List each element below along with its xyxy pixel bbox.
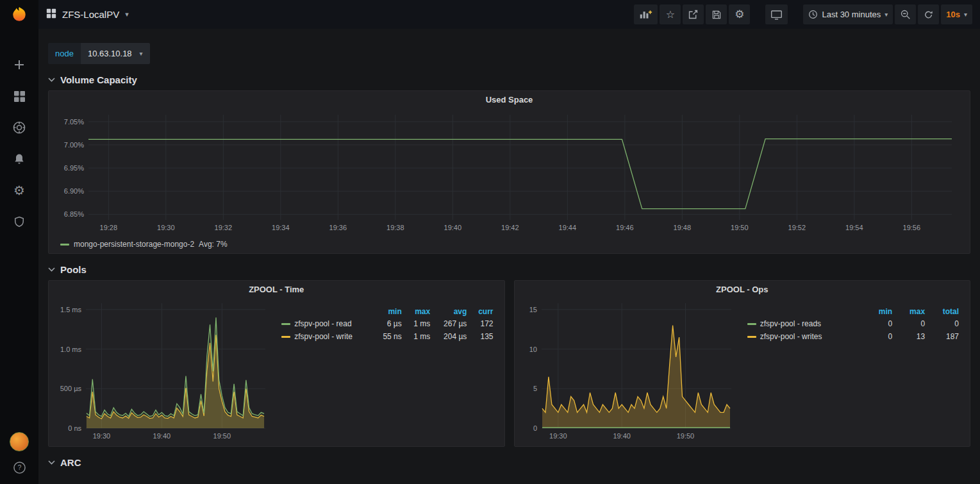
- svg-text:0 ns: 0 ns: [68, 424, 81, 432]
- used-space-chart[interactable]: 6.85%6.90%6.95%7.00%7.05%19:2819:3019:32…: [54, 108, 965, 237]
- svg-text:19:28: 19:28: [100, 224, 118, 231]
- star-dashboard-button[interactable]: ☆: [660, 4, 681, 24]
- svg-text:19:54: 19:54: [845, 224, 863, 231]
- refresh-interval-label: 10s: [946, 10, 960, 19]
- svg-text:19:50: 19:50: [676, 432, 694, 440]
- add-panel-button[interactable]: [634, 4, 658, 24]
- refresh-button[interactable]: [918, 4, 939, 24]
- legend-series-name[interactable]: zfspv-pool - write: [294, 332, 353, 341]
- svg-text:6.95%: 6.95%: [64, 164, 84, 172]
- panel-title-used-space[interactable]: Used Space: [49, 91, 970, 108]
- server-admin-shield-icon[interactable]: [12, 214, 27, 229]
- user-avatar[interactable]: [10, 432, 29, 451]
- panel-zpool-ops: ZPOOL - Ops 05101519:3019:4019:50 min ma…: [514, 280, 971, 447]
- variable-label: node: [48, 43, 81, 64]
- panel-used-space: Used Space 6.85%6.90%6.95%7.00%7.05%19:2…: [48, 90, 970, 254]
- magnifier-minus-icon: [900, 9, 911, 20]
- cycle-view-mode-button[interactable]: [765, 4, 788, 24]
- legend-value-curr: 172: [470, 317, 496, 330]
- legend-header-min[interactable]: min: [374, 306, 405, 317]
- save-dashboard-button[interactable]: [706, 4, 727, 24]
- legend-row-reads: zfspv-pool - reads 0 0 0: [744, 317, 962, 330]
- legend-row-write: zfspv-pool - write 55 ns 1 ms 204 µs 135: [278, 330, 496, 343]
- legend-value-max: 0: [895, 317, 928, 330]
- dashboard-grid-icon: [46, 8, 56, 21]
- legend-header-avg[interactable]: avg: [433, 306, 470, 317]
- grafana-logo[interactable]: [0, 0, 38, 29]
- alerting-bell-icon[interactable]: [12, 151, 27, 167]
- legend-header-max[interactable]: max: [405, 306, 433, 317]
- legend-header-total[interactable]: total: [928, 306, 962, 317]
- legend-row-read: zfspv-pool - read 6 µs 1 ms 267 µs 172: [278, 317, 496, 330]
- top-navbar: ZFS-LocalPV ▾ ☆ ⚙ Last 30 minutes: [38, 0, 980, 29]
- zpool-ops-legend: min max total zfspv-pool - reads 0 0: [738, 298, 966, 444]
- svg-text:19:40: 19:40: [613, 432, 631, 440]
- panel-zpool-time: ZPOOL - Time 0 ns500 µs1.0 ms1.5 ms19:30…: [48, 280, 505, 447]
- svg-text:19:42: 19:42: [501, 224, 519, 231]
- zpool-time-legend: min max avg curr zfspv-pool - read 6 µs: [272, 298, 500, 444]
- legend-value-max: 13: [895, 330, 928, 343]
- svg-text:7.00%: 7.00%: [64, 141, 84, 149]
- svg-text:500 µs: 500 µs: [60, 385, 82, 392]
- configuration-gear-icon[interactable]: ⚙: [12, 183, 27, 198]
- legend-header-max[interactable]: max: [895, 306, 928, 317]
- legend-value-max: 1 ms: [405, 330, 433, 343]
- dashboard-settings-button[interactable]: ⚙: [729, 4, 750, 24]
- legend-value-total: 0: [928, 317, 962, 330]
- row-toggle-arc[interactable]: ARC: [48, 457, 970, 468]
- svg-text:19:30: 19:30: [93, 432, 111, 440]
- row-toggle-pools[interactable]: Pools: [48, 264, 970, 275]
- panel-title-zpool-time[interactable]: ZPOOL - Time: [49, 281, 504, 298]
- svg-text:19:30: 19:30: [549, 432, 567, 440]
- star-icon: ☆: [666, 8, 675, 21]
- caret-down-icon: ▾: [964, 11, 967, 18]
- legend-series-name[interactable]: zfspv-pool - writes: [760, 332, 822, 341]
- legend-header-curr[interactable]: curr: [470, 306, 496, 317]
- svg-text:19:52: 19:52: [788, 224, 806, 231]
- svg-text:19:30: 19:30: [157, 224, 175, 231]
- clock-icon: [808, 10, 818, 19]
- svg-text:5: 5: [533, 385, 536, 392]
- zoom-out-time-button[interactable]: [895, 4, 916, 24]
- navbar-actions: ☆ ⚙ Last 30 minutes ▾: [634, 4, 972, 24]
- svg-text:19:50: 19:50: [731, 224, 749, 231]
- svg-text:1.0 ms: 1.0 ms: [60, 346, 82, 353]
- variable-value: 10.63.10.18: [88, 49, 132, 58]
- legend-value-min: 0: [865, 330, 895, 343]
- svg-text:19:46: 19:46: [616, 224, 634, 231]
- svg-text:7.05%: 7.05%: [64, 118, 84, 126]
- legend-header-min[interactable]: min: [865, 306, 895, 317]
- caret-down-icon: ▾: [140, 50, 143, 57]
- chevron-down-icon: [48, 460, 55, 465]
- pools-panel-row: ZPOOL - Time 0 ns500 µs1.0 ms1.5 ms19:30…: [48, 280, 970, 447]
- refresh-icon: [924, 10, 934, 20]
- legend-series-name[interactable]: mongo-persistent-storage-mongo-2: [74, 240, 194, 249]
- panel-title-zpool-ops[interactable]: ZPOOL - Ops: [515, 281, 970, 298]
- variable-value-dropdown[interactable]: 10.63.10.18 ▾: [81, 43, 150, 64]
- caret-down-icon: ▾: [884, 11, 888, 18]
- zpool-time-chart[interactable]: 0 ns500 µs1.0 ms1.5 ms19:3019:4019:50: [53, 298, 272, 444]
- refresh-interval-dropdown[interactable]: 10s ▾: [941, 4, 972, 24]
- create-plus-icon[interactable]: [12, 57, 27, 72]
- zpool-ops-chart[interactable]: 05101519:3019:4019:50: [519, 298, 738, 444]
- row-title: ARC: [60, 457, 81, 468]
- svg-text:6.90%: 6.90%: [64, 187, 84, 195]
- legend-color-dash: [747, 336, 756, 338]
- dashboards-grid-icon[interactable]: [12, 88, 27, 104]
- legend-color-dash: [60, 244, 69, 246]
- help-icon[interactable]: ?: [12, 460, 27, 475]
- explore-compass-icon[interactable]: [12, 120, 27, 135]
- svg-text:19:32: 19:32: [215, 224, 233, 231]
- legend-row-writes: zfspv-pool - writes 0 13 187: [744, 330, 962, 343]
- dashboard-title: ZFS-LocalPV: [62, 9, 119, 20]
- share-icon: [688, 9, 699, 20]
- row-toggle-volume-capacity[interactable]: Volume Capacity: [48, 74, 970, 85]
- svg-text:19:48: 19:48: [674, 224, 692, 231]
- dashboard-title-dropdown[interactable]: ZFS-LocalPV ▾: [46, 8, 129, 21]
- gear-icon: ⚙: [735, 8, 744, 21]
- legend-series-name[interactable]: zfspv-pool - reads: [760, 319, 821, 328]
- share-dashboard-button[interactable]: [683, 4, 704, 24]
- legend-series-name[interactable]: zfspv-pool - read: [294, 319, 351, 328]
- legend-color-dash: [281, 336, 290, 338]
- time-range-picker[interactable]: Last 30 minutes ▾: [803, 4, 893, 24]
